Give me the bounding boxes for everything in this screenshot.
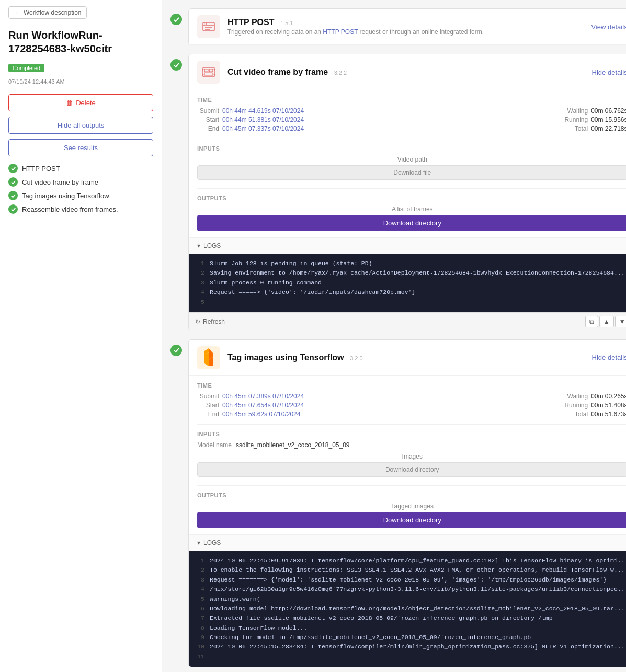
inputs-section-cut: INPUTS Video path Download file [189, 139, 626, 188]
total-value-tag: 00m 51.673s [591, 411, 626, 418]
log-toolbar-cut: ↻ Refresh ⧉ ▲ ▼ [189, 312, 626, 331]
step-title-http-post: HTTP POST 1.5.1 [227, 18, 584, 27]
outputs-section-tag: OUTPUTS Tagged images Download directory [189, 486, 626, 534]
log-line-3-tag: 3 Request =======> {'model': 'ssdlite_mo… [196, 575, 626, 585]
chevron-down-icon-cut: ▾ [197, 242, 200, 249]
back-button[interactable]: ← Workflow description [8, 6, 87, 19]
step-card-cut-video: Cut video frame by frame 3.2.2 Hide deta… [188, 54, 626, 331]
model-name-row: Model name ssdlite_mobilenet_v2_coco_201… [197, 441, 626, 449]
running-value-cut: 00m 15.956s [591, 116, 626, 123]
start-value-tag: 00h 45m 07.654s 07/10/2024 [222, 402, 304, 409]
step-header-http-post: HTTP POST 1.5.1 Triggered on receiving d… [189, 9, 626, 45]
download-file-button-cut[interactable]: Download file [197, 165, 626, 180]
waiting-label-tag: Waiting [567, 393, 588, 400]
trash-icon: 🗑 [66, 99, 73, 107]
total-label-cut: Total [575, 125, 588, 132]
cut-video-icon [197, 61, 220, 84]
end-label-tag: End [197, 411, 219, 418]
waiting-value-tag: 00m 00.265s [591, 393, 626, 400]
step-title-cut-video: Cut video frame by frame 3.2.2 [227, 67, 585, 77]
step-card-tag-images: Tag images using Tensorflow 3.2.0 Hide d… [188, 339, 626, 667]
logs-label-cut: LOGS [203, 242, 221, 249]
sidebar-step-label-cut-video: Cut video frame by frame [22, 178, 98, 186]
running-label-cut: Running [564, 116, 588, 123]
waiting-value-cut: 00m 06.762s [591, 107, 626, 115]
run-title: Run WorkflowRun-1728254683-kw50citr [8, 28, 153, 55]
back-arrow-icon: ← [14, 9, 20, 16]
inputs-label-cut: INPUTS [197, 145, 626, 152]
images-label: Images [197, 453, 626, 460]
logs-toggle-tag[interactable]: ▾ LOGS [189, 534, 626, 551]
check-icon-reassemble [8, 204, 18, 214]
log-line-11-tag: 11 [196, 652, 626, 662]
inputs-section-tag: INPUTS Model name ssdlite_mobilenet_v2_c… [189, 425, 626, 485]
download-directory-button-tag[interactable]: Download directory [197, 512, 626, 528]
step-wrapper-http-post: HTTP POST 1.5.1 Triggered on receiving d… [170, 8, 626, 45]
hide-details-button-cut-video[interactable]: Hide details [592, 69, 626, 76]
refresh-label-cut: Refresh [203, 318, 225, 325]
log-line-8-tag: 8 Loading TensorFlow model... [196, 623, 626, 633]
log-line-5-cut: 5 [196, 298, 626, 307]
time-grid-cut: Submit 00h 44m 44.619s 07/10/2024 Start … [197, 107, 626, 132]
logs-label-tag: LOGS [203, 539, 221, 546]
download-directory-button-cut[interactable]: Download directory [197, 215, 626, 231]
http-post-icon [197, 15, 220, 38]
submit-value-cut: 00h 44m 44.619s 07/10/2024 [222, 107, 304, 115]
model-name-field-label: Model name [197, 441, 232, 449]
svg-point-11 [202, 74, 204, 76]
outputs-section-cut: OUTPUTS A list of frames Download direct… [189, 189, 626, 237]
start-label-tag: Start [197, 402, 219, 409]
waiting-label-cut: Waiting [567, 107, 588, 115]
view-details-button-http-post[interactable]: View details [591, 23, 626, 31]
log-line-4-tag: 4 /nix/store/gi62b30a1gr9c5w416z0mq6f77n… [196, 585, 626, 594]
start-value-cut: 00h 44m 51.381s 07/10/2024 [222, 116, 304, 123]
step-title-area-cut-video: Cut video frame by frame 3.2.2 [227, 67, 585, 77]
total-label-tag: Total [575, 411, 588, 418]
status-badge: Completed [8, 64, 44, 72]
delete-button-label: Delete [76, 99, 96, 107]
check-icon-tag-images [8, 191, 18, 200]
scroll-up-button-cut[interactable]: ▲ [599, 316, 614, 327]
logs-toggle-cut[interactable]: ▾ LOGS [189, 237, 626, 254]
frames-label: A list of frames [197, 206, 626, 213]
log-line-10-tag: 10 2024-10-06 22:45:15.283484: I tensorf… [196, 642, 626, 652]
hide-all-outputs-button[interactable]: Hide all outputs [8, 117, 153, 134]
http-post-link[interactable]: HTTP POST [323, 28, 358, 36]
svg-rect-8 [209, 69, 213, 72]
step-wrapper-cut-video: Cut video frame by frame 3.2.2 Hide deta… [170, 54, 626, 331]
log-block-tag: 1 2024-10-06 22:45:09.917039: I tensorfl… [189, 551, 626, 667]
svg-rect-7 [204, 69, 208, 72]
end-label-cut: End [197, 125, 219, 132]
log-line-2-cut: 2 Saving environment to /home/ryax/.ryax… [196, 268, 626, 278]
end-value-cut: 00h 45m 07.337s 07/10/2024 [222, 125, 304, 132]
scroll-down-button-cut[interactable]: ▼ [615, 316, 626, 327]
log-line-6-tag: 6 Dowloading model http://download.tenso… [196, 604, 626, 613]
step-card-http-post: HTTP POST 1.5.1 Triggered on receiving d… [188, 8, 626, 45]
svg-point-13 [214, 74, 215, 76]
sidebar-step-label-reassemble: Reassemble video from frames. [22, 206, 118, 213]
log-nav-cut: ⧉ ▲ ▼ [585, 316, 626, 327]
log-line-9-tag: 9 Checking for model in /tmp/ssdlite_mob… [196, 633, 626, 642]
delete-button[interactable]: 🗑 Delete [8, 94, 153, 111]
hide-details-button-tag[interactable]: Hide details [592, 354, 626, 361]
download-directory-button-tag-inputs[interactable]: Download directory [197, 462, 626, 477]
see-results-button[interactable]: See results [8, 139, 153, 156]
submit-value-tag: 00h 45m 07.389s 07/10/2024 [222, 393, 304, 400]
sidebar-steps: HTTP POST Cut video frame by frame Tag i… [8, 164, 153, 214]
copy-log-button-cut[interactable]: ⧉ [585, 316, 598, 327]
time-label-tag: TIME [197, 382, 626, 389]
refresh-button-cut[interactable]: ↻ Refresh [195, 318, 225, 325]
step-title-area-tag: Tag images using Tensorflow 3.2.0 [227, 353, 585, 362]
log-line-1-cut: 1 Slurm Job 128 is pending in queue (sta… [196, 259, 626, 268]
tensorflow-icon [197, 346, 220, 369]
time-section-cut-video: TIME Submit 00h 44m 44.619s 07/10/2024 S… [189, 90, 626, 139]
log-line-4-cut: 4 Request =====> {'video': '/iodir/input… [196, 288, 626, 297]
time-left-tag: Submit 00h 45m 07.389s 07/10/2024 Start … [197, 393, 407, 418]
total-value-cut: 00m 22.718s [591, 125, 626, 132]
submit-label-tag: Submit [197, 393, 219, 400]
time-grid-tag: Submit 00h 45m 07.389s 07/10/2024 Start … [197, 393, 626, 418]
end-value-tag: 00h 45m 59.62s 07/10/2024 [222, 411, 300, 418]
step-dot-http-post [170, 14, 182, 25]
running-label-tag: Running [564, 402, 588, 409]
step-title-area-http-post: HTTP POST 1.5.1 Triggered on receiving d… [227, 18, 584, 36]
